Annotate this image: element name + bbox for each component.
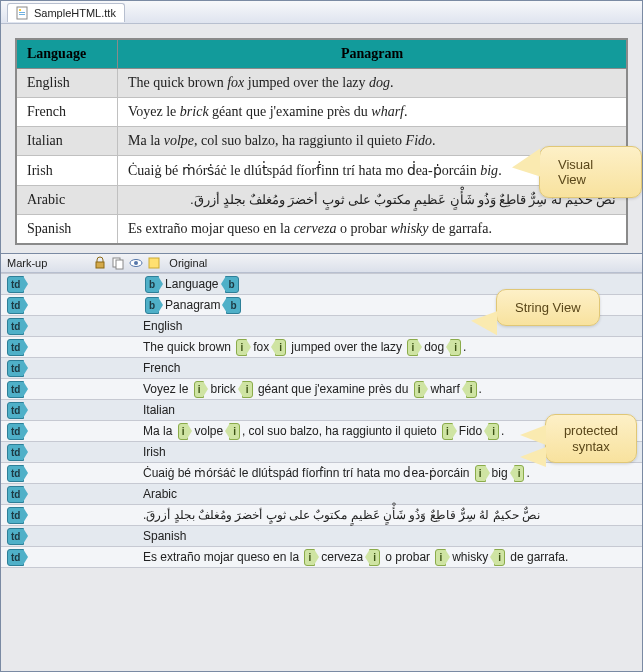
inline-tag-i-close[interactable]: i [242, 381, 253, 398]
segment-text: big [492, 466, 508, 480]
segment-text: whisky [452, 550, 488, 564]
grid-row[interactable]: tdThe quick brown ifoxi jumped over the … [1, 337, 642, 358]
segment-text: Ma la [143, 424, 176, 438]
original-cell[interactable]: French [139, 360, 642, 376]
inline-tag-td-open[interactable]: td [7, 360, 24, 377]
inline-tag-i-open[interactable]: i [304, 549, 315, 566]
inline-tag-td-open[interactable]: td [7, 402, 24, 419]
markup-cell: td [1, 443, 139, 462]
inline-tag-i-open[interactable]: i [475, 465, 486, 482]
inline-tag-b-close[interactable]: b [226, 297, 240, 314]
segment-text: , col suo balzo, ha raggiunto il quieto [242, 424, 440, 438]
original-cell[interactable]: Arabic [139, 486, 642, 502]
grid-row[interactable]: tdنصٌّ حكيمٌ لهُ سِرٌّ قاطِعٌ وَذُو شَأْ… [1, 505, 642, 526]
segment-text: brick [210, 382, 235, 396]
table-row: English The quick brown fox jumped over … [16, 69, 627, 98]
note-icon[interactable] [147, 256, 161, 270]
grid-row[interactable]: tdFrench [1, 358, 642, 379]
inline-tag-i-open[interactable]: i [236, 339, 247, 356]
segment-text: Ċuaiġ bé ṁórṡáċ le dlúṫspád fíorḟinn trí… [143, 466, 473, 480]
markup-label: Mark-up [7, 257, 47, 269]
lang-cell: Spanish [16, 215, 118, 245]
svg-rect-4 [96, 262, 104, 268]
lang-cell: Italian [16, 127, 118, 156]
svg-rect-2 [19, 12, 25, 13]
markup-toolbar: Mark-up Original [1, 253, 642, 273]
file-tab[interactable]: SampleHTML.ttk [7, 3, 125, 22]
panagram-table: Language Panagram English The quick brow… [15, 38, 628, 245]
segment-text: French [143, 361, 180, 375]
inline-tag-i-close[interactable]: i [466, 381, 477, 398]
original-cell[interactable]: Ċuaiġ bé ṁórṡáċ le dlúṫspád fíorḟinn trí… [139, 464, 642, 483]
inline-tag-b-open[interactable]: b [145, 297, 159, 314]
inline-tag-td-open[interactable]: td [7, 381, 24, 398]
grid-row[interactable]: tdArabic [1, 484, 642, 505]
inline-tag-td-open[interactable]: td [7, 318, 24, 335]
inline-tag-i-open[interactable]: i [435, 549, 446, 566]
grid-row[interactable]: tdEs extraño mojar queso en la icervezai… [1, 547, 642, 568]
svg-rect-9 [149, 258, 159, 268]
segment-text: Fido [459, 424, 482, 438]
svg-rect-1 [19, 9, 21, 11]
svg-rect-3 [19, 14, 25, 15]
original-cell[interactable]: Es extraño mojar queso en la icervezai o… [139, 548, 642, 567]
segment-text: . [501, 424, 504, 438]
inline-tag-td-open[interactable]: td [7, 549, 24, 566]
segment-text: English [143, 319, 182, 333]
inline-tag-td-open[interactable]: td [7, 339, 24, 356]
inline-tag-i-close[interactable]: i [488, 423, 499, 440]
original-cell[interactable]: نصٌّ حكيمٌ لهُ سِرٌّ قاطِعٌ وَذُو شَأْنٍ… [139, 507, 642, 523]
inline-tag-i-close[interactable]: i [275, 339, 286, 356]
original-label: Original [169, 257, 207, 269]
segment-text: fox [253, 340, 269, 354]
markup-cell: td [1, 548, 139, 567]
grid-row[interactable]: tdSpanish [1, 526, 642, 547]
segment-text: wharf [430, 382, 459, 396]
inline-tag-td-open[interactable]: td [7, 528, 24, 545]
file-tab-label: SampleHTML.ttk [34, 7, 116, 19]
original-cell[interactable]: Spanish [139, 528, 642, 544]
inline-tag-i-close[interactable]: i [369, 549, 380, 566]
segment-text: Spanish [143, 529, 186, 543]
lang-cell: Irish [16, 156, 118, 186]
inline-tag-i-open[interactable]: i [194, 381, 205, 398]
inline-tag-td-open[interactable]: td [7, 507, 24, 524]
markup-cell: td [1, 527, 139, 546]
inline-tag-i-open[interactable]: i [178, 423, 189, 440]
inline-tag-i-close[interactable]: i [514, 465, 525, 482]
lock-icon[interactable] [93, 256, 107, 270]
panagram-cell: Es extraño mojar queso en la cerveza o p… [118, 215, 628, 245]
table-row: French Voyez le brick géant que j'examin… [16, 98, 627, 127]
inline-tag-td-open[interactable]: td [7, 276, 24, 293]
inline-tag-i-open[interactable]: i [442, 423, 453, 440]
app-window: SampleHTML.ttk Language Panagram English… [0, 0, 643, 672]
lang-cell: French [16, 98, 118, 127]
markup-cell: td [1, 485, 139, 504]
eye-icon[interactable] [129, 256, 143, 270]
inline-tag-i-close[interactable]: i [450, 339, 461, 356]
inline-tag-i-open[interactable]: i [414, 381, 425, 398]
inline-tag-b-open[interactable]: b [145, 276, 159, 293]
inline-tag-td-open[interactable]: td [7, 486, 24, 503]
inline-tag-td-open[interactable]: td [7, 465, 24, 482]
table-row: Arabic نصٌّ حكيمٌ لهُ سِرٌّ قاطِعٌ وَذُو… [16, 186, 627, 215]
inline-tag-td-open[interactable]: td [7, 444, 24, 461]
segment-text: . [479, 382, 482, 396]
segment-text: jumped over the lazy [288, 340, 405, 354]
inline-tag-i-close[interactable]: i [494, 549, 505, 566]
inline-tag-b-close[interactable]: b [225, 276, 239, 293]
inline-tag-i-open[interactable]: i [407, 339, 418, 356]
inline-tag-td-open[interactable]: td [7, 423, 24, 440]
inline-tag-td-open[interactable]: td [7, 297, 24, 314]
callout-visual-view: Visual View [539, 146, 642, 198]
markup-cell: td [1, 317, 139, 336]
original-cell[interactable]: Voyez le ibricki géant que j'examine prè… [139, 380, 642, 399]
segment-text: . [526, 466, 529, 480]
copy-icon[interactable] [111, 256, 125, 270]
italic-text: dog [369, 75, 390, 90]
inline-tag-i-close[interactable]: i [229, 423, 240, 440]
grid-row[interactable]: tdVoyez le ibricki géant que j'examine p… [1, 379, 642, 400]
panagram-cell: The quick brown fox jumped over the lazy… [118, 69, 628, 98]
original-cell[interactable]: The quick brown ifoxi jumped over the la… [139, 338, 642, 357]
title-bar: SampleHTML.ttk [1, 1, 642, 24]
